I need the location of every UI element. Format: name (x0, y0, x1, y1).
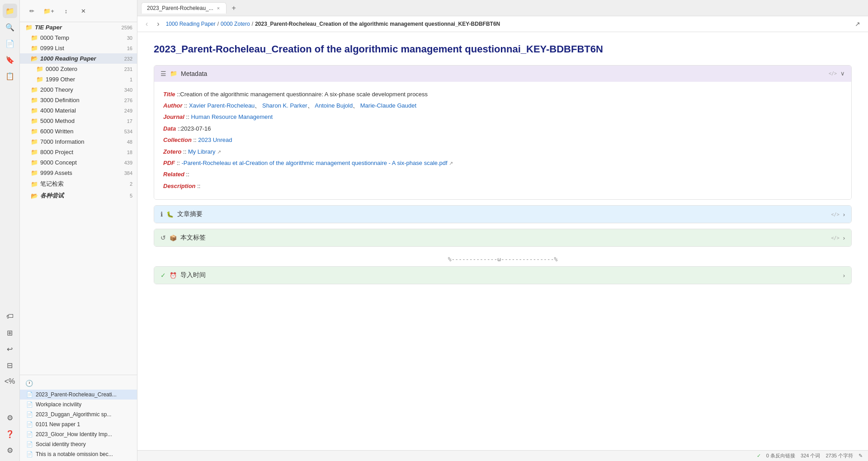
tree-item-6000-written[interactable]: 📁 6000 Written 534 (20, 126, 137, 136)
sidebar-bottom-settings-btn[interactable]: ⚙ (3, 443, 17, 457)
item-count: 5 (130, 193, 132, 198)
tree-item-9000-concept[interactable]: 📁 9000 Concept 439 (20, 157, 137, 168)
sidebar-bookmark-btn[interactable]: 🔖 (3, 52, 17, 67)
recent-item-3[interactable]: 📄 0101 New paper 1 (20, 419, 137, 429)
tab-add-btn[interactable]: + (228, 3, 239, 14)
tie-paper-folder-icon: 📁 (25, 24, 33, 31)
recent-item-0[interactable]: 📄 2023_Parent-Rocheleau_Creati... (20, 390, 137, 400)
tab-close-btn[interactable]: × (216, 5, 221, 11)
nav-bar: ‹ › 1000 Reading Paper / 0000 Zotero / 2… (137, 16, 868, 32)
meta-collection-line: Collection :: 2023 Unread (163, 135, 842, 145)
main-content: 2023_Parent-Rocheleau_... × + ‹ › 1000 R… (137, 0, 868, 461)
item-label: 9999 Assets (40, 169, 123, 176)
tree-item-8000-project[interactable]: 📁 8000 Project 18 (20, 147, 137, 157)
active-tab[interactable]: 2023_Parent-Rocheleau_... × (141, 2, 226, 14)
menu-icon: ☰ (160, 70, 166, 77)
metadata-section-header[interactable]: ☰ 📁 Metadata </> ∨ (154, 66, 851, 82)
meta-collection-link[interactable]: 2023 Unread (198, 136, 232, 143)
recent-item-2[interactable]: 📄 2023_Duggan_Algorithmic sp... (20, 409, 137, 419)
sidebar-grid-btn[interactable]: ⊞ (3, 325, 17, 340)
tags-title: 本文标签 (180, 234, 206, 242)
recent-item-name: This is a notable omission bec... (36, 451, 113, 457)
item-label: 各种尝试 (40, 192, 128, 200)
tree-item-4000-material[interactable]: 📁 4000 Material 249 (20, 105, 137, 116)
tree-item-3000-definition[interactable]: 📁 3000 Definition 276 (20, 95, 137, 105)
tree-item-0000-zotero[interactable]: 📁 0000 Zotero 231 (20, 64, 137, 74)
recent-item-6[interactable]: 📄 This is a notable omission bec... (20, 449, 137, 459)
abstract-code: </> (831, 212, 840, 217)
tree-item-1000-reading[interactable]: 📂 1000 Reading Paper 232 (20, 53, 137, 64)
recent-item-5[interactable]: 📄 Social identity theory (20, 439, 137, 449)
tags-header-left: ↺ 📦 本文标签 (160, 234, 206, 242)
folder-icon: 📂 (31, 193, 38, 199)
sidebar-help-btn[interactable]: ❓ (3, 427, 17, 441)
meta-author-1[interactable]: Xavier Parent-Rocheleau (189, 102, 255, 109)
sidebar-copy-btn[interactable]: 📋 (3, 69, 17, 83)
sidebar-search-btn[interactable]: 🔍 (3, 20, 17, 34)
tie-paper-label: TIE Paper (35, 24, 120, 31)
meta-zotero-link[interactable]: My Library (188, 148, 216, 155)
metadata-collapse-icon: ∨ (840, 70, 845, 77)
breadcrumb-part2[interactable]: 0000 Zotero (221, 21, 250, 27)
item-count: 340 (124, 87, 132, 93)
doc-content: 2023_Parent-Rocheleau_Creation of the al… (137, 32, 868, 450)
edit-mode-icon[interactable]: ✎ (859, 453, 863, 459)
back-btn[interactable]: ‹ (143, 19, 151, 29)
tree-item-7000-information[interactable]: 📁 7000 Information 48 (20, 136, 137, 147)
tree-close-btn[interactable]: ✕ (76, 4, 90, 18)
sidebar-link-btn[interactable]: <% (3, 374, 17, 389)
meta-author-key: Author (163, 102, 183, 109)
meta-author-3[interactable]: Antoine Bujold (315, 102, 353, 109)
recent-item-1[interactable]: 📄 Workplace incivility (20, 400, 137, 409)
tree-sort-btn[interactable]: ↕ (59, 4, 73, 18)
sidebar-file-btn[interactable]: 📄 (3, 36, 17, 51)
tree-item-various-tries[interactable]: 📂 各种尝试 5 (20, 190, 137, 202)
tree-item-5000-method[interactable]: 📁 5000 Method 17 (20, 116, 137, 126)
item-label: 6000 Written (40, 128, 123, 135)
tree-item-2000-theory[interactable]: 📁 2000 Theory 340 (20, 85, 137, 95)
meta-journal-link[interactable]: Human Resource Management (191, 113, 273, 120)
item-count: 2 (130, 181, 132, 187)
tree-item-notes-search[interactable]: 📁 笔记检索 2 (20, 178, 137, 190)
tree-scroll: 📁 TIE Paper 2596 📁 0000 Temp 30 📁 0999 L… (20, 22, 137, 375)
tags-box-icon: 📦 (170, 235, 177, 241)
item-label: 9000 Concept (40, 159, 123, 166)
recent-item-4[interactable]: 📄 2023_Gloor_How Identity Imp... (20, 429, 137, 439)
tags-section-header[interactable]: ↺ 📦 本文标签 </> › (154, 229, 851, 246)
meta-author-4[interactable]: Marie-Claude Gaudet (360, 102, 416, 109)
abstract-section: ℹ 🐛 文章摘要 </> › (154, 205, 852, 223)
sidebar-undo-btn[interactable]: ↩ (3, 342, 17, 356)
meta-zotero-line: Zotero :: My Library ↗ (163, 146, 842, 157)
tree-item-0000-temp[interactable]: 📁 0000 Temp 30 (20, 33, 137, 43)
forward-btn[interactable]: › (154, 19, 162, 29)
tree-edit-btn[interactable]: ✏ (24, 4, 39, 18)
sidebar-folder-btn[interactable]: 📁 (3, 4, 17, 18)
breadcrumb-part1[interactable]: 1000 Reading Paper (166, 21, 216, 27)
sidebar-table-btn[interactable]: ⊟ (3, 358, 17, 372)
meta-author-sep: :: (184, 102, 187, 109)
meta-author-2[interactable]: Sharon K. Parker (262, 102, 307, 109)
tree-item-9999-assets[interactable]: 📁 9999 Assets 384 (20, 168, 137, 178)
file-doc-icon: 📄 (26, 401, 33, 408)
tree-item-0999-list[interactable]: 📁 0999 List 16 (20, 43, 137, 53)
sidebar-settings-btn[interactable]: ⚙ (3, 410, 17, 425)
external-link-btn[interactable]: ↗ (853, 19, 863, 29)
tree-new-folder-btn[interactable]: 📁+ (42, 4, 56, 18)
sidebar-tag-btn[interactable]: 🏷 (3, 309, 17, 324)
meta-related-key: Related (163, 171, 184, 178)
meta-pdf-link[interactable]: -Parent-Rocheleau et al-Creation of the … (181, 160, 447, 166)
meta-author-line: Author :: Xavier Parent-Rocheleau、 Sharo… (163, 100, 842, 111)
tree-item-1999-other[interactable]: 📁 1999 Other 1 (20, 74, 137, 85)
recent-item-name: 2023_Duggan_Algorithmic sp... (36, 411, 111, 418)
item-count: 16 (127, 46, 132, 51)
meta-title-line: Title ::Creation of the algorithmic mana… (163, 89, 842, 99)
import-clock-icon: ⏰ (170, 272, 177, 279)
abstract-header-left: ℹ 🐛 文章摘要 (160, 210, 203, 218)
item-label: 2000 Theory (40, 86, 123, 93)
import-section-header[interactable]: ✓ ⏰ 导入时间 › (154, 267, 851, 284)
tree-item-tie-paper[interactable]: 📁 TIE Paper 2596 (20, 22, 137, 33)
abstract-section-header[interactable]: ℹ 🐛 文章摘要 </> › (154, 206, 851, 223)
folder-icon: 📁 (31, 181, 38, 188)
checkmark-icon: ✓ (160, 272, 166, 279)
item-count: 18 (127, 150, 132, 155)
